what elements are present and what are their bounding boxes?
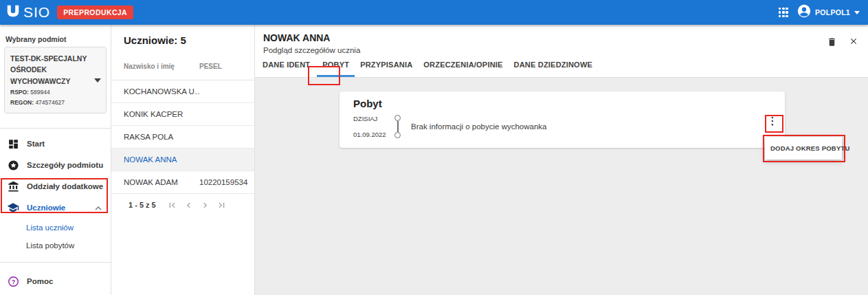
- sidebar-item-label: Start: [27, 140, 45, 148]
- sio-logo[interactable]: SIO: [5, 3, 50, 21]
- sidebar-subitem-label: Lista uczniów: [26, 223, 74, 232]
- apps-grid-icon[interactable]: [779, 8, 788, 17]
- app-window: SIO PREPRODUKCJA POLPOL1 Wybrany podmiot…: [0, 0, 868, 295]
- user-menu[interactable]: POLPOL1: [797, 4, 860, 21]
- dashboard-icon: [7, 138, 19, 150]
- students-list-panel: Uczniowie: 5 Nazwisko i imię PESEL KOCHA…: [111, 25, 255, 295]
- table-row[interactable]: KOCHANOWSKA U…: [111, 80, 254, 103]
- column-header-name: Nazwisko i imię: [111, 63, 199, 70]
- tab-content-area: Pobyt DZISIAJ 01.09.2022 Brak informacji…: [255, 78, 868, 295]
- entity-selector[interactable]: TEST-DK-SPECJALNY OŚRODEK WYCHOWAWCZY RS…: [4, 47, 107, 113]
- pagination-range: 1 - 5 z 5: [129, 201, 156, 209]
- sidebar-footer-nav: ? Pomoc Instrukcje: [0, 263, 111, 295]
- avatar-icon: [797, 4, 811, 21]
- sidebar-item-label: Uczniowie: [27, 204, 65, 212]
- sidebar-item-instructions[interactable]: Instrukcje: [0, 292, 111, 295]
- sidebar-item-start[interactable]: Start: [0, 133, 111, 155]
- sio-logo-icon: [5, 3, 21, 21]
- students-count-title: Uczniowie: 5: [111, 25, 254, 46]
- close-icon[interactable]: [849, 36, 858, 54]
- detail-header: NOWAK ANNA Podgląd szczegółów ucznia: [255, 25, 868, 54]
- sidebar-item-students-list[interactable]: Lista uczniów: [0, 219, 111, 237]
- student-detail-panel: NOWAK ANNA Podgląd szczegółów ucznia DAN…: [255, 25, 868, 295]
- chevron-down-icon: [854, 11, 860, 14]
- timeline-label-today: DZISIAJ: [353, 115, 389, 122]
- previous-page-icon[interactable]: [183, 200, 194, 210]
- tab-przypisania[interactable]: PRZYPISANIA: [355, 54, 418, 77]
- column-header-pesel: PESEL: [199, 63, 222, 70]
- stay-card-title: Pobyt: [340, 91, 785, 109]
- svg-text:?: ?: [11, 278, 14, 285]
- tab-dane-dziedzinowe[interactable]: DANE DZIEDZINOWE: [509, 54, 598, 77]
- tab-dane-ident[interactable]: DANE IDENT.: [257, 54, 317, 77]
- sidebar-item-label: Pomoc: [27, 277, 53, 285]
- sidebar-item-label: Oddziały dodatkowe: [27, 182, 103, 190]
- detail-tabs: DANE IDENT. POBYT PRZYPISANIA ORZECZENIA…: [255, 54, 868, 78]
- topbar-right: POLPOL1: [779, 4, 860, 21]
- last-page-icon[interactable]: [216, 200, 227, 210]
- stay-empty-message: Brak informacji o pobycie wychowanka: [411, 122, 547, 131]
- bank-icon: [7, 181, 19, 193]
- environment-badge: PREPRODUKCJA: [57, 6, 133, 19]
- detail-subtitle: Podgląd szczegółów ucznia: [263, 46, 360, 54]
- sidebar-item-additional-departments[interactable]: Oddziały dodatkowe: [0, 176, 111, 197]
- table-row[interactable]: NOWAK ADAM 10220159534: [111, 171, 254, 194]
- chevron-down-icon: [94, 78, 101, 83]
- menu-item-add-stay-period[interactable]: DODAJ OKRES POBYTU: [770, 144, 850, 152]
- table-header: Nazwisko i imię PESEL: [111, 53, 254, 80]
- entity-name: TEST-DK-SPECJALNY OŚRODEK WYCHOWAWCZY: [10, 53, 92, 87]
- tab-orzeczenia-opinie[interactable]: ORZECZENIA/OPINIE: [418, 54, 508, 77]
- table-row-selected[interactable]: NOWAK ANNA: [111, 149, 254, 171]
- stay-card: Pobyt DZISIAJ 01.09.2022 Brak informacji…: [340, 91, 785, 148]
- sidebar-item-entity-details[interactable]: Szczegóły podmiotu: [0, 155, 111, 176]
- next-page-icon[interactable]: [200, 200, 210, 210]
- graduation-cap-icon: [7, 201, 19, 214]
- sidebar-item-stays-list[interactable]: Lista pobytów: [0, 237, 111, 254]
- student-name-title: NOWAK ANNA: [263, 32, 360, 43]
- first-page-icon[interactable]: [167, 200, 177, 210]
- tab-pobyt[interactable]: POBYT: [317, 54, 355, 77]
- user-name: POLPOL1: [815, 8, 850, 17]
- chevron-up-icon: [95, 204, 102, 212]
- pagination: 1 - 5 z 5: [111, 194, 254, 216]
- star-circle-icon: [7, 160, 19, 171]
- timeline-graphic-icon: [394, 115, 401, 138]
- entity-rspo: RSPO: 589944: [10, 88, 92, 98]
- delete-icon[interactable]: [827, 36, 837, 54]
- entity-regon: REGON: 474574627: [10, 98, 92, 108]
- topbar: SIO PREPRODUKCJA POLPOL1: [0, 0, 868, 25]
- sidebar-subitem-label: Lista pobytów: [26, 241, 74, 250]
- logo-text: SIO: [23, 4, 50, 21]
- selected-entity-label: Wybrany podmiot: [5, 35, 105, 43]
- table-row[interactable]: RAKSA POLA: [111, 126, 254, 149]
- sidebar-item-students[interactable]: Uczniowie: [0, 197, 111, 219]
- stay-timeline: DZISIAJ 01.09.2022 Brak informacji o pob…: [353, 115, 547, 138]
- table-row[interactable]: KONIK KACPER: [111, 103, 254, 126]
- sidebar-item-help[interactable]: ? Pomoc: [0, 271, 111, 292]
- kebab-menu-icon[interactable]: ⋮: [766, 112, 779, 129]
- timeline-label-date: 01.09.2022: [353, 131, 389, 138]
- sidebar-nav: Start Szczegóły podmiotu Oddziały dodatk…: [0, 129, 111, 254]
- sidebar: Wybrany podmiot TEST-DK-SPECJALNY OŚRODE…: [0, 25, 111, 295]
- stay-actions-menu: DODAJ OKRES POBYTU: [765, 137, 842, 160]
- sidebar-item-label: Szczegóły podmiotu: [27, 161, 103, 169]
- help-icon: ?: [7, 276, 19, 287]
